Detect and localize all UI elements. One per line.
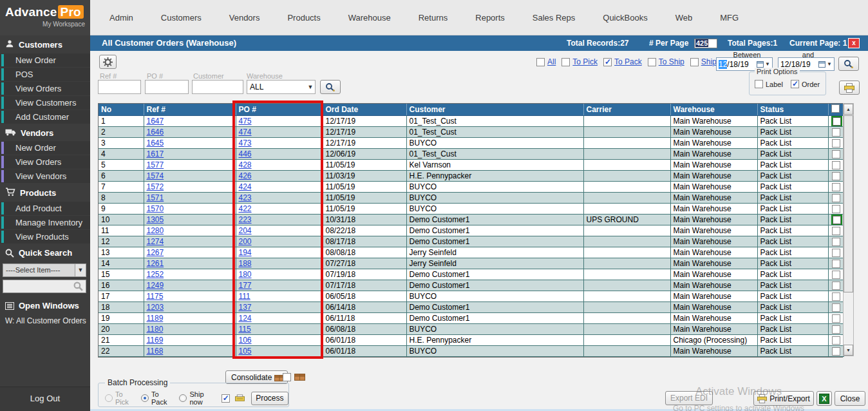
green-flag-checkbox[interactable] bbox=[831, 116, 842, 126]
sidebar-item-customers-view-orders[interactable]: View Orders bbox=[0, 82, 90, 95]
filter-to-pack[interactable]: To Pack bbox=[603, 57, 642, 66]
filter-label-to-pick[interactable]: To Pick bbox=[572, 57, 598, 66]
column-header-status[interactable]: Status bbox=[757, 104, 828, 116]
calendar-dropdown[interactable]: ▼ bbox=[818, 61, 834, 68]
row-checkbox[interactable] bbox=[832, 325, 840, 334]
po-link[interactable]: 188 bbox=[239, 259, 252, 268]
filter-checkbox-all[interactable] bbox=[536, 58, 545, 66]
settings-button[interactable] bbox=[99, 55, 117, 69]
sidebar-item-vendors-view-vendors[interactable]: View Vendors bbox=[0, 169, 90, 183]
customer-filter-input[interactable] bbox=[192, 80, 243, 94]
column-header-carrier[interactable]: Carrier bbox=[583, 104, 670, 116]
ref-link[interactable]: 1646 bbox=[147, 128, 164, 137]
filter-label-all[interactable]: All bbox=[547, 57, 556, 66]
row-checkbox[interactable] bbox=[832, 238, 840, 246]
quick-search-select[interactable]: ----Select Item---- ▼ bbox=[3, 263, 86, 277]
scrollbar-thumb[interactable] bbox=[844, 115, 853, 292]
ref-link[interactable]: 1305 bbox=[147, 215, 164, 224]
filter-all[interactable]: All bbox=[536, 57, 556, 66]
ref-link[interactable]: 1570 bbox=[147, 204, 164, 213]
po-link[interactable]: 111 bbox=[239, 292, 250, 301]
sidebar-section-customers[interactable]: Customers bbox=[0, 35, 90, 53]
row-checkbox[interactable] bbox=[832, 292, 840, 301]
row-checkbox[interactable] bbox=[832, 161, 840, 169]
ref-link[interactable]: 1252 bbox=[147, 270, 164, 279]
print-option-checkbox-label[interactable] bbox=[755, 80, 763, 88]
filter-to-pick[interactable]: To Pick bbox=[561, 57, 598, 66]
sidebar-section-products[interactable]: Products bbox=[0, 184, 90, 202]
row-checkbox[interactable] bbox=[832, 249, 840, 257]
ref-link[interactable]: 1180 bbox=[147, 325, 164, 334]
po-link[interactable]: 137 bbox=[239, 303, 252, 312]
sidebar-section-vendors[interactable]: Vendors bbox=[0, 124, 90, 141]
logout-button[interactable]: Log Out bbox=[0, 387, 90, 411]
ref-link[interactable]: 1168 bbox=[147, 347, 164, 356]
po-link[interactable]: 446 bbox=[239, 149, 252, 158]
batch-option-to-pick[interactable]: To Pick bbox=[105, 390, 136, 406]
po-link[interactable]: 115 bbox=[239, 325, 251, 334]
ref-link[interactable]: 1647 bbox=[147, 117, 164, 126]
po-link[interactable]: 180 bbox=[239, 270, 252, 279]
po-link[interactable]: 124 bbox=[239, 314, 252, 323]
row-checkbox[interactable] bbox=[832, 139, 840, 148]
sidebar-item-products-manage-inventory[interactable]: Manage Inventory bbox=[0, 216, 90, 229]
filter-to-ship[interactable]: To Ship bbox=[648, 57, 684, 66]
sidebar-item-customers-pos[interactable]: POS bbox=[0, 68, 90, 81]
batch-radio-ship-now[interactable] bbox=[179, 394, 187, 402]
ref-link[interactable]: 1274 bbox=[147, 237, 164, 246]
app-logo[interactable]: AdvancePro My Workspace bbox=[0, 0, 90, 35]
row-checkbox[interactable] bbox=[832, 347, 840, 356]
sidebar-item-vendors-new-order[interactable]: New Order bbox=[0, 141, 90, 155]
print-option-label[interactable]: Label bbox=[755, 80, 783, 88]
chevron-down-icon[interactable]: ▼ bbox=[75, 264, 86, 276]
batch-radio-to-pack[interactable] bbox=[141, 394, 149, 402]
column-header-ord-date[interactable]: Ord Date bbox=[323, 104, 406, 116]
po-link[interactable]: 473 bbox=[239, 139, 252, 148]
close-button[interactable]: Close bbox=[835, 391, 865, 406]
row-checkbox[interactable] bbox=[832, 303, 840, 312]
consolidate-checkbox[interactable] bbox=[283, 373, 291, 381]
batch-print-checkbox[interactable] bbox=[222, 394, 230, 403]
row-checkbox[interactable] bbox=[833, 216, 841, 224]
column-header-no[interactable]: No bbox=[99, 104, 144, 116]
po-link[interactable]: 200 bbox=[239, 237, 252, 246]
nav-item-web[interactable]: Web bbox=[675, 13, 693, 23]
per-page-input[interactable]: 425 bbox=[694, 39, 717, 48]
ref-link[interactable]: 1571 bbox=[147, 193, 164, 202]
ref-link[interactable]: 1169 bbox=[147, 336, 164, 345]
scroll-up-button[interactable]: ▲ bbox=[844, 104, 853, 115]
row-checkbox[interactable] bbox=[832, 183, 840, 191]
po-link[interactable]: 105 bbox=[239, 347, 252, 356]
row-checkbox[interactable] bbox=[832, 150, 840, 158]
ref-filter-input[interactable] bbox=[98, 80, 141, 94]
ref-link[interactable]: 1267 bbox=[147, 248, 164, 257]
green-flag-checkbox[interactable] bbox=[831, 215, 842, 225]
nav-item-returns[interactable]: Returns bbox=[419, 13, 448, 23]
calendar-dropdown[interactable]: ▼ bbox=[757, 61, 772, 68]
batch-option-ship-now[interactable]: Ship now bbox=[179, 390, 216, 406]
ref-link[interactable]: 1572 bbox=[147, 182, 164, 191]
nav-item-sales-reps[interactable]: Sales Reps bbox=[533, 13, 575, 23]
sidebar-item-customers-new-order[interactable]: New Order bbox=[0, 53, 90, 67]
ref-link[interactable]: 1249 bbox=[147, 281, 164, 290]
select-all-checkbox-header[interactable] bbox=[828, 104, 844, 116]
row-checkbox[interactable] bbox=[832, 128, 840, 137]
process-button[interactable]: Process bbox=[251, 392, 288, 405]
row-checkbox[interactable] bbox=[832, 271, 840, 279]
open-window-item[interactable]: W: All Customer Orders bbox=[0, 314, 90, 328]
ref-link[interactable]: 1574 bbox=[147, 171, 164, 180]
po-link[interactable]: 475 bbox=[239, 117, 252, 126]
po-link[interactable]: 194 bbox=[239, 248, 252, 257]
row-checkbox[interactable] bbox=[832, 314, 840, 323]
warehouse-select[interactable]: ALL ▼ bbox=[247, 80, 316, 94]
po-link[interactable]: 424 bbox=[239, 182, 252, 191]
po-link[interactable]: 428 bbox=[239, 160, 252, 169]
ref-link[interactable]: 1203 bbox=[147, 303, 164, 312]
quick-search-input[interactable] bbox=[3, 280, 86, 293]
consolidate-button[interactable]: Consolidate bbox=[225, 370, 288, 384]
column-header-customer[interactable]: Customer bbox=[406, 104, 583, 116]
po-link[interactable]: 423 bbox=[239, 193, 252, 202]
nav-item-products[interactable]: Products bbox=[287, 13, 320, 23]
column-header-warehouse[interactable]: Warehouse bbox=[670, 104, 757, 116]
nav-item-admin[interactable]: Admin bbox=[109, 13, 133, 23]
